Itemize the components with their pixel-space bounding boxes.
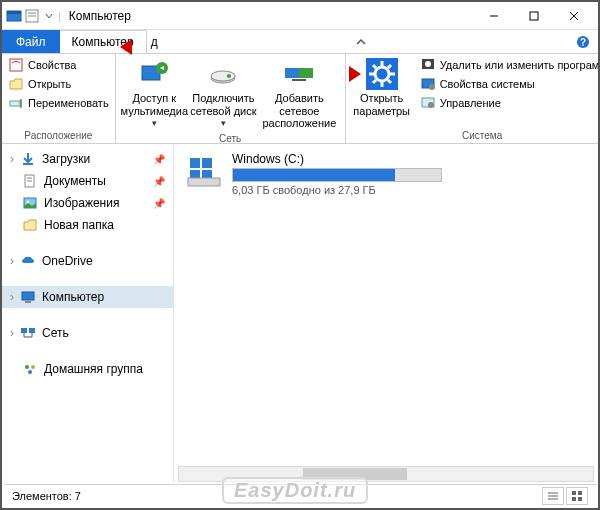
- svg-point-33: [425, 61, 431, 67]
- svg-point-35: [429, 84, 435, 90]
- sidebar-label: Загрузки: [42, 152, 90, 166]
- svg-line-28: [373, 65, 376, 68]
- qat-dropdown-icon[interactable]: [44, 8, 54, 24]
- titlebar: | Компьютер: [2, 2, 598, 30]
- homegroup-icon: [22, 361, 38, 377]
- map-drive-button[interactable]: Подключить сетевой диск ▾: [189, 56, 258, 131]
- svg-rect-55: [202, 158, 212, 168]
- media-access-label: Доступ к мультимедиа: [120, 92, 189, 117]
- window-title: Компьютер: [69, 9, 131, 23]
- rename-button[interactable]: Переименовать: [6, 94, 111, 112]
- sidebar-item-network[interactable]: › Сеть: [2, 322, 173, 344]
- chevron-right-icon: ›: [10, 326, 14, 340]
- group-network-label: Сеть: [120, 132, 341, 145]
- close-button[interactable]: [554, 2, 594, 30]
- uninstall-program-button[interactable]: Удалить или изменить программу: [418, 56, 600, 74]
- drive-free-text: 6,03 ГБ свободно из 27,9 ГБ: [232, 184, 442, 196]
- maximize-button[interactable]: [514, 2, 554, 30]
- media-access-button[interactable]: Доступ к мультимедиа ▾: [120, 56, 189, 131]
- svg-rect-62: [572, 491, 576, 495]
- manage-icon: [420, 95, 436, 111]
- downloads-icon: [20, 151, 36, 167]
- sidebar-label: Домашняя группа: [44, 362, 143, 376]
- svg-rect-19: [285, 68, 299, 78]
- svg-rect-46: [21, 328, 27, 333]
- main-pane: Windows (C:) 6,03 ГБ свободно из 27,9 ГБ: [174, 144, 598, 482]
- sidebar-item-onedrive[interactable]: › OneDrive: [2, 250, 173, 272]
- open-button[interactable]: Открыть: [6, 75, 111, 93]
- watermark: EasyDoit.ru: [222, 477, 368, 504]
- minimize-button[interactable]: [474, 2, 514, 30]
- sidebar-item-computer[interactable]: › Компьютер: [2, 286, 173, 308]
- sidebar-label: OneDrive: [42, 254, 93, 268]
- svg-rect-64: [572, 497, 576, 501]
- svg-text:?: ?: [580, 37, 586, 48]
- drive-item[interactable]: Windows (C:) 6,03 ГБ свободно из 27,9 ГБ: [186, 152, 586, 196]
- item-count: Элементов: 7: [12, 490, 81, 502]
- properties-icon: [8, 57, 24, 73]
- drive-usage-bar: [232, 168, 442, 182]
- svg-point-52: [31, 365, 35, 369]
- content-area: › Загрузки 📌 Документы 📌 Изображения 📌 Н…: [2, 144, 598, 482]
- add-network-location-label: Добавить сетевое расположение: [258, 92, 341, 130]
- ribbon-group-system: Открыть параметры Удалить или изменить п…: [346, 54, 600, 143]
- sidebar-label: Документы: [44, 174, 106, 188]
- group-system-label: Система: [350, 129, 600, 142]
- sidebar-item-pictures[interactable]: Изображения 📌: [2, 192, 173, 214]
- onedrive-icon: [20, 253, 36, 269]
- chevron-right-icon: ›: [10, 290, 14, 304]
- open-label: Открыть: [28, 78, 71, 90]
- sidebar-label: Изображения: [44, 196, 119, 210]
- uninstall-label: Удалить или изменить программу: [440, 59, 600, 71]
- help-icon[interactable]: ?: [568, 30, 598, 53]
- rename-icon: [8, 95, 24, 111]
- svg-rect-1: [7, 11, 21, 14]
- folder-icon: [22, 217, 38, 233]
- sidebar-label: Сеть: [42, 326, 69, 340]
- media-access-icon: [138, 58, 170, 90]
- svg-rect-63: [578, 491, 582, 495]
- network-icon: [20, 325, 36, 341]
- view-icons-button[interactable]: [566, 487, 588, 505]
- system-properties-icon: [420, 76, 436, 92]
- manage-button[interactable]: Управление: [418, 94, 600, 112]
- uninstall-icon: [420, 57, 436, 73]
- sidebar-item-new-folder[interactable]: Новая папка: [2, 214, 173, 236]
- svg-point-18: [227, 74, 231, 78]
- ribbon-group-network: Доступ к мультимедиа ▾ Подключить сетево…: [116, 54, 346, 143]
- sidebar-item-downloads[interactable]: › Загрузки 📌: [2, 148, 173, 170]
- view-details-button[interactable]: [542, 487, 564, 505]
- svg-point-37: [428, 102, 434, 108]
- drive-usage-fill: [233, 169, 395, 181]
- svg-point-53: [28, 370, 32, 374]
- svg-rect-44: [22, 292, 34, 300]
- system-properties-label: Свойства системы: [440, 78, 535, 90]
- ribbon-tabs: Файл Компьютер д ?: [2, 30, 598, 54]
- collapse-ribbon-icon[interactable]: [355, 30, 367, 53]
- open-settings-label: Открыть параметры: [350, 92, 414, 117]
- system-properties-button[interactable]: Свойства системы: [418, 75, 600, 93]
- group-location-label: Расположение: [6, 129, 111, 142]
- sidebar-item-documents[interactable]: Документы 📌: [2, 170, 173, 192]
- quick-access-toolbar: |: [24, 8, 61, 24]
- qat-properties-icon[interactable]: [24, 8, 40, 24]
- tab-file[interactable]: Файл: [2, 30, 60, 53]
- drive-icon: [186, 152, 222, 188]
- rename-label: Переименовать: [28, 97, 109, 109]
- pin-icon: 📌: [153, 154, 165, 165]
- svg-rect-65: [578, 497, 582, 501]
- svg-line-31: [373, 80, 376, 83]
- annotation-arrow-left: [120, 35, 156, 59]
- manage-label: Управление: [440, 97, 501, 109]
- svg-rect-20: [299, 68, 313, 78]
- pin-icon: 📌: [153, 198, 165, 209]
- sidebar-item-homegroup[interactable]: Домашняя группа: [2, 358, 173, 380]
- annotation-arrow-right: [325, 62, 361, 86]
- svg-rect-47: [29, 328, 35, 333]
- svg-rect-6: [530, 12, 538, 20]
- add-network-location-icon: [283, 58, 315, 90]
- svg-rect-45: [25, 301, 31, 303]
- properties-button[interactable]: Свойства: [6, 56, 111, 74]
- navigation-sidebar: › Загрузки 📌 Документы 📌 Изображения 📌 Н…: [2, 144, 174, 482]
- ribbon: Свойства Открыть Переименовать Расположе…: [2, 54, 598, 144]
